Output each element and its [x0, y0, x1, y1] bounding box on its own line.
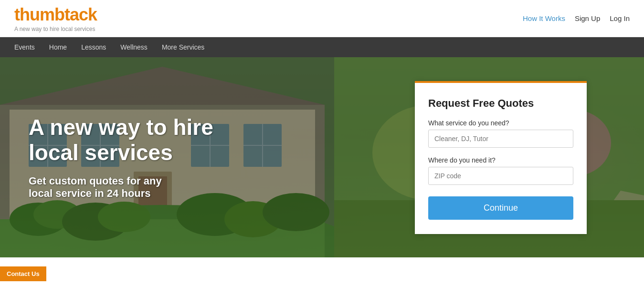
hero-subtitle: Get custom quotes for anylocal service i… — [29, 175, 213, 200]
logo-area: thumbtack A new way to hire local servic… — [14, 5, 97, 32]
hero-content: A new way to hirelocal services Get cust… — [0, 57, 644, 257]
footer-bar: Contact Us — [0, 257, 644, 281]
nav-lessons[interactable]: Lessons — [81, 43, 106, 51]
contact-us-button[interactable]: Contact Us — [0, 266, 46, 281]
hero-section: A new way to hirelocal services Get cust… — [0, 57, 644, 257]
continue-button[interactable]: Continue — [428, 196, 573, 220]
top-nav: thumbtack A new way to hire local servic… — [0, 0, 644, 37]
location-label: Where do you need it? — [428, 156, 573, 164]
hero-text: A new way to hirelocal services Get cust… — [29, 115, 213, 200]
log-in-link[interactable]: Log In — [610, 14, 630, 22]
nav-events[interactable]: Events — [14, 43, 35, 51]
nav-more-services[interactable]: More Services — [162, 43, 204, 51]
sign-up-link[interactable]: Sign Up — [575, 14, 600, 22]
quote-card: Request Free Quotes What service do you … — [415, 81, 587, 234]
secondary-nav: Events Home Lessons Wellness More Servic… — [0, 37, 644, 57]
top-nav-links: How It Works Sign Up Log In — [523, 14, 630, 22]
how-it-works-link[interactable]: How It Works — [523, 14, 565, 22]
zip-input[interactable] — [428, 167, 573, 185]
quote-card-title: Request Free Quotes — [428, 97, 573, 110]
brand-logo: thumbtack — [14, 5, 97, 25]
brand-tagline: A new way to hire local services — [14, 26, 97, 32]
service-label: What service do you need? — [428, 119, 573, 127]
nav-home[interactable]: Home — [49, 43, 67, 51]
service-input[interactable] — [428, 130, 573, 148]
hero-title: A new way to hirelocal services — [29, 115, 213, 165]
nav-wellness[interactable]: Wellness — [120, 43, 148, 51]
